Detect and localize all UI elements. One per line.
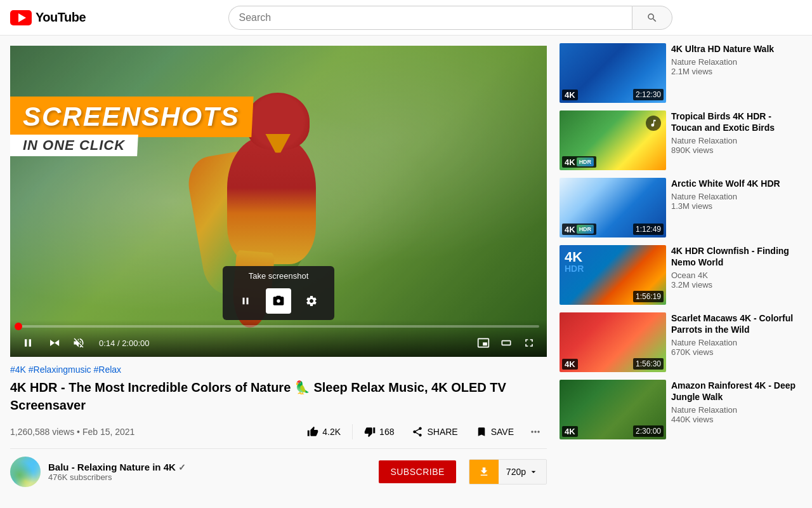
sidebar-views-5: 670K views xyxy=(671,347,799,357)
miniplayer-button[interactable] xyxy=(473,333,494,353)
sidebar-title-4: 4K HDR Clownfish - Finding Nemo World xyxy=(671,245,799,268)
pause-mini-icon xyxy=(240,295,251,307)
action-buttons: 4.2K 168 SHARE SAVE xyxy=(299,420,547,443)
subscriber-count: 476K subscribers xyxy=(48,472,371,482)
fullscreen-button[interactable] xyxy=(519,333,539,353)
4k-badge-5: 4K xyxy=(562,359,578,370)
sidebar-video-5[interactable]: 4K 1:56:30 Scarlet Macaws 4K - Colorful … xyxy=(557,310,802,375)
channel-name-text: Balu - Relaxing Nature in 4K xyxy=(48,462,176,472)
thumbs-up-icon xyxy=(307,426,318,438)
like-dislike-divider xyxy=(352,424,353,439)
4k-badge-1: 4K xyxy=(562,90,578,100)
fullscreen-icon xyxy=(523,337,535,349)
sidebar-thumb-4: 4K HDR 1:56:19 xyxy=(560,245,666,305)
video-player[interactable]: SCREENSHOTS IN ONE CLICK Take screenshot xyxy=(10,46,547,357)
header: YouTube xyxy=(0,0,812,36)
date-separator: • xyxy=(77,427,82,437)
sidebar-thumb-6: 4K 2:30:00 xyxy=(560,380,666,439)
banner-sub-text: IN ONE CLICK xyxy=(23,137,125,154)
duration-1: 2:12:30 xyxy=(633,89,664,100)
dislike-count: 168 xyxy=(379,427,394,437)
sidebar-channel-3: Nature Relaxation xyxy=(671,192,799,201)
sidebar-info-1: 4K Ultra HD Nature Walk Nature Relaxatio… xyxy=(671,43,799,103)
sidebar-info-2: Tropical Birds 4K HDR - Toucan and Exoti… xyxy=(671,110,799,170)
screenshot-popup-inner: Take screenshot xyxy=(223,266,334,320)
audio-badge-2 xyxy=(646,116,661,131)
camera-button[interactable] xyxy=(266,288,291,314)
search-icon xyxy=(646,12,658,23)
settings-button[interactable] xyxy=(299,288,324,314)
like-button[interactable]: 4.2K xyxy=(299,421,348,443)
save-button[interactable]: SAVE xyxy=(468,421,521,443)
search-input[interactable] xyxy=(228,6,632,30)
sidebar-video-1[interactable]: 4K 2:12:30 4K Ultra HD Nature Walk Natur… xyxy=(557,41,802,105)
screenshots-banner: SCREENSHOTS IN ONE CLICK xyxy=(10,97,252,156)
search-button[interactable] xyxy=(632,6,672,30)
youtube-icon xyxy=(10,10,32,25)
screenshot-tooltip-text: Take screenshot xyxy=(223,266,334,284)
banner-main-text: SCREENSHOTS xyxy=(23,102,240,132)
share-button[interactable]: SHARE xyxy=(404,421,465,443)
search-bar xyxy=(228,6,672,30)
download-button[interactable] xyxy=(469,460,499,484)
channel-name: Balu - Relaxing Nature in 4K ✓ xyxy=(48,462,371,472)
controls-right xyxy=(473,333,539,353)
quality-selector[interactable]: 720p xyxy=(499,460,546,484)
sidebar-title-1: 4K Ultra HD Nature Walk xyxy=(671,43,799,55)
sidebar-channel-6: Nature Relaxation xyxy=(671,405,799,415)
progress-bar-fill xyxy=(18,325,18,328)
sidebar-title-5: Scarlet Macaws 4K - Colorful Parrots in … xyxy=(671,312,799,335)
theatre-icon xyxy=(500,337,513,349)
download-quality-group: 720p xyxy=(469,459,547,485)
controls-row: 0:14 / 2:00:00 xyxy=(18,333,539,353)
mute-button[interactable] xyxy=(69,333,89,353)
subscribe-button[interactable]: SUBSCRIBE xyxy=(379,460,455,483)
sidebar-views-6: 440K views xyxy=(671,415,799,424)
sidebar-info-6: Amazon Rainforest 4K - Deep Jungle Walk … xyxy=(671,380,799,439)
pause-button[interactable] xyxy=(18,333,38,353)
sidebar-thumb-3: 4K HDR 1:12:49 xyxy=(560,178,666,237)
sidebar-thumb-1: 4K 2:12:30 xyxy=(560,43,666,103)
youtube-logo[interactable]: YouTube xyxy=(10,10,86,25)
sidebar-views-3: 1.3M views xyxy=(671,201,799,211)
settings-icon xyxy=(305,295,318,307)
sidebar-video-2[interactable]: 4K HDR Tropical Birds 4K HDR - Toucan an… xyxy=(557,108,802,173)
pause-mini-button[interactable] xyxy=(233,288,258,314)
duration-6: 2:30:00 xyxy=(633,425,664,437)
theatre-button[interactable] xyxy=(496,333,516,353)
like-count: 4.2K xyxy=(322,427,341,437)
save-icon xyxy=(476,426,487,438)
dislike-button[interactable]: 168 xyxy=(357,421,402,443)
progress-bar[interactable] xyxy=(18,325,539,328)
share-icon xyxy=(412,426,423,438)
camera-icon xyxy=(272,295,285,307)
sidebar-title-3: Arctic White Wolf 4K HDR xyxy=(671,178,799,189)
4k-badge-6: 4K xyxy=(562,426,578,437)
controls-bar: 0:14 / 2:00:00 xyxy=(10,320,547,357)
sidebar-video-4[interactable]: 4K HDR 1:56:19 4K HDR Clownfish - Findin… xyxy=(557,243,802,307)
sidebar-channel-1: Nature Relaxation xyxy=(671,57,799,67)
upload-date: Feb 15, 2021 xyxy=(82,427,135,437)
sidebar-video-6[interactable]: 4K 2:30:00 Amazon Rainforest 4K - Deep J… xyxy=(557,377,802,442)
duration-3: 1:12:49 xyxy=(633,224,664,235)
next-button[interactable] xyxy=(43,333,63,353)
verified-icon: ✓ xyxy=(178,462,186,472)
4k-hdr-badge-2: 4K HDR xyxy=(562,156,596,168)
avatar-graphic xyxy=(10,457,41,487)
channel-avatar[interactable] xyxy=(10,457,41,487)
video-meta-row: 1,260,588 views • Feb 15, 2021 4.2K 168 xyxy=(10,420,547,449)
more-options-button[interactable] xyxy=(524,420,547,443)
skip-next-icon xyxy=(47,337,60,349)
sidebar-info-4: 4K HDR Clownfish - Finding Nemo World Oc… xyxy=(671,245,799,305)
sidebar-channel-2: Nature Relaxation xyxy=(671,136,799,145)
sidebar-video-3[interactable]: 4K HDR 1:12:49 Arctic White Wolf 4K HDR … xyxy=(557,175,802,240)
time-display: 0:14 / 2:00:00 xyxy=(99,338,150,348)
4k-large-badge-4: 4K HDR xyxy=(565,250,584,273)
sidebar-title-2: Tropical Birds 4K HDR - Toucan and Exoti… xyxy=(671,110,799,133)
channel-row: Balu - Relaxing Nature in 4K ✓ 476K subs… xyxy=(10,457,547,487)
screenshot-popup: Take screenshot xyxy=(223,266,334,320)
screenshot-icons-row xyxy=(223,284,334,320)
duration-4: 1:56:19 xyxy=(633,291,664,302)
miniplayer-icon xyxy=(477,337,490,349)
video-info: #4K #Relaxingmusic #Relax 4K HDR - The M… xyxy=(10,357,547,495)
